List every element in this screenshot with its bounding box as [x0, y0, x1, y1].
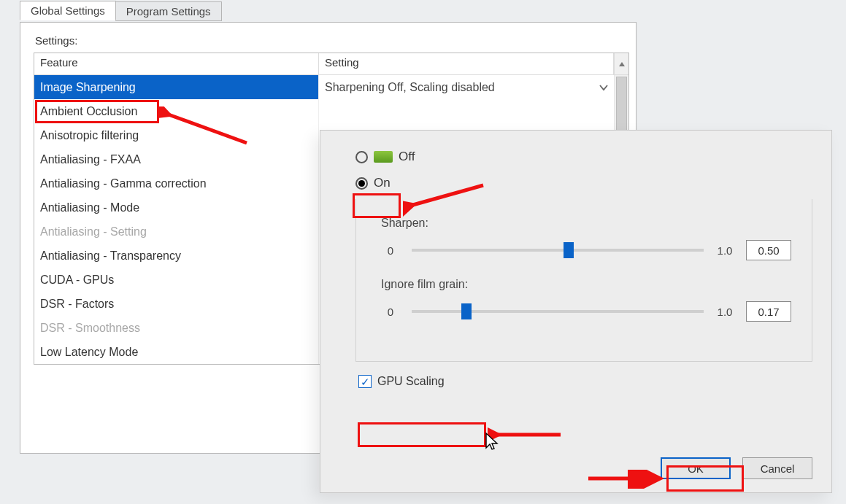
tab-program-settings[interactable]: Program Settings [115, 1, 222, 21]
feature-row[interactable]: Image Sharpening [34, 75, 318, 99]
scroll-up-button[interactable] [614, 53, 628, 74]
tab-global-settings[interactable]: Global Settings [20, 1, 116, 20]
feature-row[interactable]: Antialiasing - Gamma correction [34, 171, 318, 195]
column-header-setting[interactable]: Setting [319, 53, 614, 74]
nvidia-badge-icon [374, 151, 393, 163]
gpu-scaling-checkbox[interactable]: ✓ GPU Scaling [358, 375, 812, 388]
tabs: Global Settings Program Settings [20, 0, 221, 20]
grain-slider[interactable] [412, 303, 704, 319]
grain-thumb[interactable] [461, 303, 472, 319]
sharpen-label: Sharpen: [381, 217, 791, 230]
gpu-scaling-label: GPU Scaling [377, 375, 445, 388]
column-header-feature[interactable]: Feature [34, 53, 319, 74]
chevron-down-icon [599, 81, 608, 94]
sharpen-max: 1.0 [715, 244, 734, 257]
feature-column: Image SharpeningAmbient OcclusionAnisotr… [34, 75, 319, 364]
feature-row[interactable]: CUDA - GPUs [34, 268, 318, 292]
radio-off[interactable]: Off [355, 150, 812, 164]
feature-row[interactable]: DSR - Factors [34, 292, 318, 316]
feature-row[interactable]: DSR - Smoothness [34, 316, 318, 340]
radio-on-circle [355, 177, 368, 190]
feature-row[interactable]: Anisotropic filtering [34, 123, 318, 147]
grain-label: Ignore film grain: [381, 278, 791, 291]
settings-label: Settings: [35, 34, 623, 47]
grain-value[interactable]: 0.17 [746, 301, 791, 322]
sharpen-thumb[interactable] [564, 242, 574, 258]
radio-on-label: On [374, 176, 391, 190]
feature-row[interactable]: Ambient Occlusion [34, 99, 318, 123]
sharpen-slider[interactable] [412, 242, 704, 258]
grain-max: 1.0 [715, 306, 734, 318]
radio-on[interactable]: On [355, 176, 812, 190]
feature-row[interactable]: Low Latency Mode [34, 340, 318, 364]
feature-row[interactable]: Antialiasing - Setting [34, 220, 318, 244]
ok-button[interactable]: OK [661, 457, 731, 479]
feature-row[interactable]: Antialiasing - Transparency [34, 244, 318, 268]
sharpen-value[interactable]: 0.50 [746, 240, 791, 260]
feature-row[interactable]: Antialiasing - Mode [34, 195, 318, 220]
radio-off-label: Off [399, 150, 415, 164]
grain-slider-row: 0 1.0 0.17 [381, 301, 791, 322]
radio-off-circle [355, 151, 368, 163]
cancel-button[interactable]: Cancel [742, 457, 812, 479]
dialog-buttons: OK Cancel [661, 457, 812, 479]
grain-min: 0 [381, 306, 400, 318]
setting-dropdown-value: Sharpening Off, Scaling disabled [325, 81, 495, 94]
on-options-frame: Sharpen: 0 1.0 0.50 Ignore film grain: 0… [355, 199, 812, 362]
checkbox-icon: ✓ [358, 375, 372, 388]
sharpen-min: 0 [381, 244, 400, 257]
feature-row[interactable]: Antialiasing - FXAA [34, 147, 318, 171]
sharpen-slider-row: 0 1.0 0.50 [381, 240, 791, 260]
image-sharpening-dialog: Off On Sharpen: 0 1.0 0.50 Ignore film g… [320, 130, 832, 493]
setting-dropdown[interactable]: Sharpening Off, Scaling disabled [319, 75, 614, 99]
